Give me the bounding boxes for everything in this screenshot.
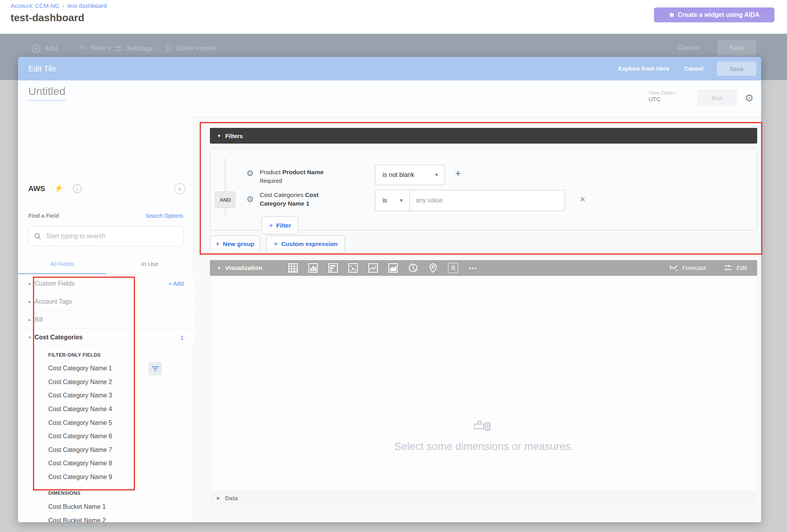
filter-field-gear-icon[interactable]: ⚙ xyxy=(246,195,254,204)
new-group-button[interactable]: +New group xyxy=(210,235,260,253)
forecast-sparkle-icon xyxy=(669,264,678,272)
plus-icon: + xyxy=(215,240,220,248)
plus-icon: + xyxy=(269,221,273,230)
edit-viz-button[interactable]: Edit xyxy=(724,264,747,272)
field-item[interactable]: Cost Category Name 7 xyxy=(48,443,112,457)
breadcrumb-current[interactable]: test-dashboard xyxy=(67,2,107,9)
filter-lines-icon xyxy=(78,44,87,53)
search-options-link[interactable]: Search Options xyxy=(146,213,184,219)
cost-categories-count-badge: 1 xyxy=(180,334,184,341)
add-custom-field-link[interactable]: + Add xyxy=(168,280,184,287)
chevron-right-icon: ▶ xyxy=(217,496,220,501)
aida-button-label: Create a widget using AIDA xyxy=(678,11,760,18)
page: Account: CCM-NG›test-dashboard test-dash… xyxy=(0,0,787,532)
create-widget-aida-button[interactable]: ✻ Create a widget using AIDA xyxy=(654,7,774,22)
sidebar-section-bill[interactable]: ▸ Bill xyxy=(18,310,194,328)
sidebar-section-custom-fields[interactable]: ▸ Custom Fields + Add xyxy=(18,274,194,292)
toolbar-add-button: Add xyxy=(31,44,57,53)
filter-row2-field-label: Cost Categories Cost Category Name 1 xyxy=(260,191,346,208)
sliders-icon xyxy=(114,44,123,53)
dropdown-caret-icon: ▼ xyxy=(394,198,404,203)
column-chart-viz-icon[interactable] xyxy=(307,262,319,274)
filter-row2-operator-dropdown[interactable]: is ▼ xyxy=(375,190,410,211)
explore-from-here-link[interactable]: Explore from Here xyxy=(618,65,669,72)
bar-chart-viz-icon[interactable] xyxy=(327,262,339,274)
field-item[interactable]: Cost Category Name 3 xyxy=(48,389,112,403)
single-value-viz-icon[interactable]: 6 xyxy=(447,262,459,274)
forecast-button[interactable]: Forecast xyxy=(669,264,706,272)
chevron-down-icon: ▼ xyxy=(217,266,221,270)
map-viz-icon[interactable] xyxy=(427,262,439,274)
tile-settings-gear-icon[interactable]: ⚙ xyxy=(745,92,754,104)
chevron-down-icon: ▾ xyxy=(25,335,35,340)
field-item[interactable]: Cost Category Name 9 xyxy=(48,470,112,484)
breadcrumb: Account: CCM-NG›test-dashboard xyxy=(11,2,107,9)
line-chart-viz-icon[interactable] xyxy=(367,262,379,274)
search-icon xyxy=(34,232,41,240)
table-viz-icon[interactable] xyxy=(287,262,299,274)
filters-section-header[interactable]: ▼ Filters xyxy=(210,128,757,144)
scatter-viz-icon[interactable] xyxy=(347,262,359,274)
visualization-section-header[interactable]: ▼ Visualization 6 ••• Forecast xyxy=(210,260,757,276)
filter-only-fields-list: Cost Category Name 1 Cost Category Name … xyxy=(48,362,112,484)
filter-group: ⚙ Product Product Name Required is not b… xyxy=(210,148,757,230)
connection-name: AWS xyxy=(28,184,45,193)
empty-state-message: Select some dimensions or measures. xyxy=(210,441,758,453)
collapse-sidebar-icon[interactable]: ‹ xyxy=(174,183,185,194)
field-filter-toggle-button[interactable] xyxy=(148,362,162,375)
field-item[interactable]: Cost Category Name 8 xyxy=(48,457,112,470)
field-item[interactable]: Cost Bucket Name 2 xyxy=(48,514,106,522)
add-filter-value-plus-icon[interactable]: + xyxy=(455,167,461,179)
logic-and-chip[interactable]: AND xyxy=(215,191,235,208)
breadcrumb-account-link[interactable]: Account: CCM-NG xyxy=(11,2,59,9)
timezone-control[interactable]: Time Zone ▾ UTC xyxy=(649,90,676,102)
field-search[interactable] xyxy=(28,226,184,246)
edit-tile-header: Edit Tile Explore from Here Cancel Save xyxy=(18,57,761,80)
field-item[interactable]: Cost Category Name 2 xyxy=(48,375,112,389)
toolbar-save-button: Save xyxy=(718,40,756,56)
field-item[interactable]: Cost Category Name 6 xyxy=(48,430,112,443)
more-viz-types-icon[interactable]: ••• xyxy=(467,262,479,274)
run-button[interactable]: Run xyxy=(698,89,737,106)
edit-tile-title: Edit Tile xyxy=(28,64,56,73)
tab-all-fields[interactable]: All Fields xyxy=(18,261,106,267)
field-item[interactable]: Cost Category Name 5 xyxy=(48,416,112,430)
chevron-right-icon: ▸ xyxy=(25,281,35,286)
field-item[interactable]: Cost Category Name 1 xyxy=(48,362,112,375)
search-input[interactable] xyxy=(46,233,178,240)
breadcrumb-separator: › xyxy=(62,3,64,9)
field-picker-sidebar: AWS ⚡ i ‹ Find a Field Search Options Al… xyxy=(18,117,194,522)
plus-icon: + xyxy=(274,240,278,248)
timezone-value: UTC xyxy=(649,96,676,102)
field-item[interactable]: Cost Bucket Name 1 xyxy=(48,500,106,514)
chevron-right-icon: ▸ xyxy=(25,317,35,322)
area-chart-viz-icon[interactable] xyxy=(387,262,399,274)
filter-row1-required: Required xyxy=(260,178,282,184)
toolbar-quick-layout-button: Quick layout xyxy=(165,44,215,53)
filter-row1-operator-dropdown[interactable]: is not blank ▼ xyxy=(375,165,445,185)
tile-name-input[interactable]: Untitled xyxy=(28,85,66,101)
chevron-down-icon: ▼ xyxy=(217,133,221,138)
tab-in-use[interactable]: In Use xyxy=(106,261,194,267)
sidebar-section-account-tags[interactable]: ▸ Account Tags xyxy=(18,292,194,310)
filter-row2-value-input[interactable] xyxy=(410,190,565,211)
add-filter-button[interactable]: +Filter xyxy=(261,217,299,234)
filter-field-gear-icon[interactable]: ⚙ xyxy=(246,169,254,178)
pie-chart-viz-icon[interactable] xyxy=(407,262,419,274)
modal-save-button[interactable]: Save xyxy=(717,62,756,76)
sidebar-section-cost-categories[interactable]: ▾ Cost Categories 1 xyxy=(18,328,194,346)
dimensions-list: Cost Bucket Name 1 Cost Bucket Name 2 Co… xyxy=(48,500,106,522)
info-icon[interactable]: i xyxy=(73,184,82,193)
custom-expression-button[interactable]: +Custom expression xyxy=(266,235,345,253)
field-item[interactable]: Cost Category Name 4 xyxy=(48,403,112,416)
lightning-bolt-icon: ⚡ xyxy=(54,184,64,193)
modal-cancel-button[interactable]: Cancel xyxy=(684,65,703,72)
toolbar-settings-button: Settings xyxy=(114,44,153,53)
data-section-header[interactable]: ▶ Data xyxy=(210,490,757,506)
timezone-caret-icon: ▾ xyxy=(674,91,676,95)
aida-flower-icon: ✻ xyxy=(669,11,674,19)
flashlight-icon xyxy=(474,420,492,434)
remove-filter-icon[interactable]: × xyxy=(580,194,585,205)
add-circle-icon xyxy=(31,44,41,53)
filter-icon xyxy=(152,366,159,372)
